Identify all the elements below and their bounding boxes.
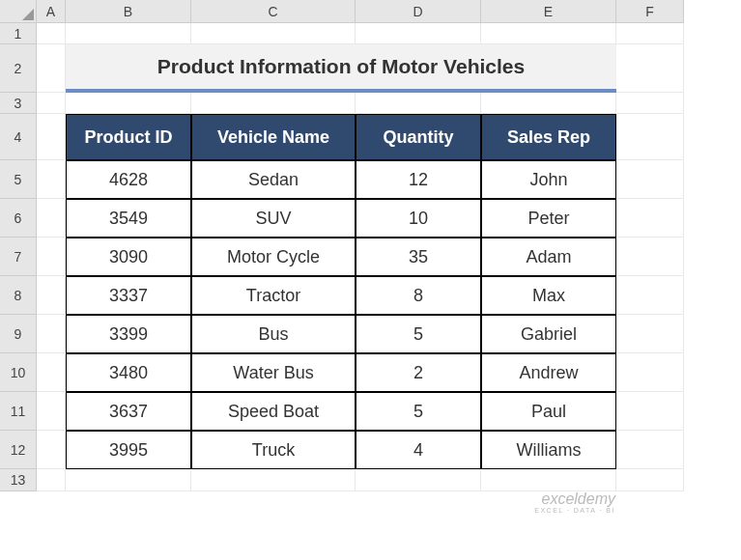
table-cell[interactable]: Max: [481, 276, 616, 315]
cell[interactable]: [616, 392, 684, 431]
row-header-8[interactable]: 8: [0, 276, 37, 315]
table-cell[interactable]: 3637: [66, 392, 191, 431]
table-cell[interactable]: 3995: [66, 431, 191, 469]
row-header-7[interactable]: 7: [0, 238, 37, 276]
cell[interactable]: [37, 44, 66, 93]
cell[interactable]: [356, 23, 481, 44]
row-header-4[interactable]: 4: [0, 114, 37, 160]
cell[interactable]: [37, 392, 66, 431]
table-cell[interactable]: John: [481, 160, 616, 199]
cell[interactable]: [191, 23, 356, 44]
table-cell[interactable]: 5: [356, 315, 481, 353]
cell[interactable]: [616, 353, 684, 392]
table-cell[interactable]: Paul: [481, 392, 616, 431]
cell[interactable]: [356, 469, 481, 491]
table-cell[interactable]: Gabriel: [481, 315, 616, 353]
table-cell[interactable]: Peter: [481, 199, 616, 238]
cell[interactable]: [616, 238, 684, 276]
table-cell[interactable]: Tractor: [191, 276, 356, 315]
cell[interactable]: [37, 199, 66, 238]
table-cell[interactable]: 3399: [66, 315, 191, 353]
table-cell[interactable]: 3480: [66, 353, 191, 392]
table-cell[interactable]: 8: [356, 276, 481, 315]
row-header-13[interactable]: 13: [0, 469, 37, 491]
table-cell[interactable]: Adam: [481, 238, 616, 276]
table-header-vehicle-name[interactable]: Vehicle Name: [191, 114, 356, 160]
table-header-product-id[interactable]: Product ID: [66, 114, 191, 160]
row-header-3[interactable]: 3: [0, 93, 37, 114]
table-cell[interactable]: 4: [356, 431, 481, 469]
cell[interactable]: [616, 160, 684, 199]
cell[interactable]: [37, 114, 66, 160]
col-header-f[interactable]: F: [616, 0, 684, 23]
table-cell[interactable]: 3549: [66, 199, 191, 238]
table-cell[interactable]: 12: [356, 160, 481, 199]
table-cell[interactable]: SUV: [191, 199, 356, 238]
cell[interactable]: [616, 93, 684, 114]
col-header-b[interactable]: B: [66, 0, 191, 23]
table-cell[interactable]: Bus: [191, 315, 356, 353]
row-header-11[interactable]: 11: [0, 392, 37, 431]
cell[interactable]: [616, 431, 684, 469]
row-header-12[interactable]: 12: [0, 431, 37, 469]
cell[interactable]: [37, 431, 66, 469]
cell[interactable]: [616, 199, 684, 238]
table-cell[interactable]: 2: [356, 353, 481, 392]
watermark-sub: EXCEL · DATA · BI: [534, 507, 615, 514]
cell[interactable]: [616, 23, 684, 44]
cell[interactable]: [481, 23, 616, 44]
table-cell[interactable]: Sedan: [191, 160, 356, 199]
row-header-10[interactable]: 10: [0, 353, 37, 392]
select-all-corner[interactable]: [0, 0, 37, 23]
cell[interactable]: [37, 276, 66, 315]
col-header-c[interactable]: C: [191, 0, 356, 23]
cell[interactable]: [66, 469, 191, 491]
cell[interactable]: [191, 469, 356, 491]
table-cell[interactable]: Speed Boat: [191, 392, 356, 431]
col-header-e[interactable]: E: [481, 0, 616, 23]
table-cell[interactable]: 4628: [66, 160, 191, 199]
cell[interactable]: [37, 238, 66, 276]
cell[interactable]: [37, 353, 66, 392]
table-cell[interactable]: 3090: [66, 238, 191, 276]
cell[interactable]: [37, 315, 66, 353]
table-cell[interactable]: Motor Cycle: [191, 238, 356, 276]
cell[interactable]: [37, 469, 66, 491]
table-cell[interactable]: 5: [356, 392, 481, 431]
row-header-5[interactable]: 5: [0, 160, 37, 199]
cell[interactable]: [66, 93, 191, 114]
cell[interactable]: [616, 114, 684, 160]
col-header-d[interactable]: D: [356, 0, 481, 23]
watermark: exceldemy EXCEL · DATA · BI: [534, 491, 615, 514]
col-header-a[interactable]: A: [37, 0, 66, 23]
cell[interactable]: [37, 93, 66, 114]
cell[interactable]: [356, 93, 481, 114]
table-cell[interactable]: Williams: [481, 431, 616, 469]
row-header-6[interactable]: 6: [0, 199, 37, 238]
table-cell[interactable]: 10: [356, 199, 481, 238]
cell[interactable]: [481, 469, 616, 491]
cell[interactable]: [66, 23, 191, 44]
table-header-quantity[interactable]: Quantity: [356, 114, 481, 160]
watermark-main: exceldemy: [542, 490, 615, 507]
spreadsheet-grid: A B C D E F 1 2 Product Information of M…: [0, 0, 741, 491]
table-cell[interactable]: 3337: [66, 276, 191, 315]
table-header-sales-rep[interactable]: Sales Rep: [481, 114, 616, 160]
title-merged-cell[interactable]: Product Information of Motor Vehicles: [66, 44, 616, 93]
cell[interactable]: [616, 44, 684, 93]
table-cell[interactable]: Water Bus: [191, 353, 356, 392]
table-cell[interactable]: Andrew: [481, 353, 616, 392]
cell[interactable]: [37, 23, 66, 44]
table-cell[interactable]: 35: [356, 238, 481, 276]
cell[interactable]: [616, 469, 684, 491]
cell[interactable]: [37, 160, 66, 199]
page-title: Product Information of Motor Vehicles: [157, 55, 525, 78]
cell[interactable]: [616, 315, 684, 353]
row-header-9[interactable]: 9: [0, 315, 37, 353]
row-header-1[interactable]: 1: [0, 23, 37, 44]
row-header-2[interactable]: 2: [0, 44, 37, 93]
cell[interactable]: [481, 93, 616, 114]
table-cell[interactable]: Truck: [191, 431, 356, 469]
cell[interactable]: [616, 276, 684, 315]
cell[interactable]: [191, 93, 356, 114]
